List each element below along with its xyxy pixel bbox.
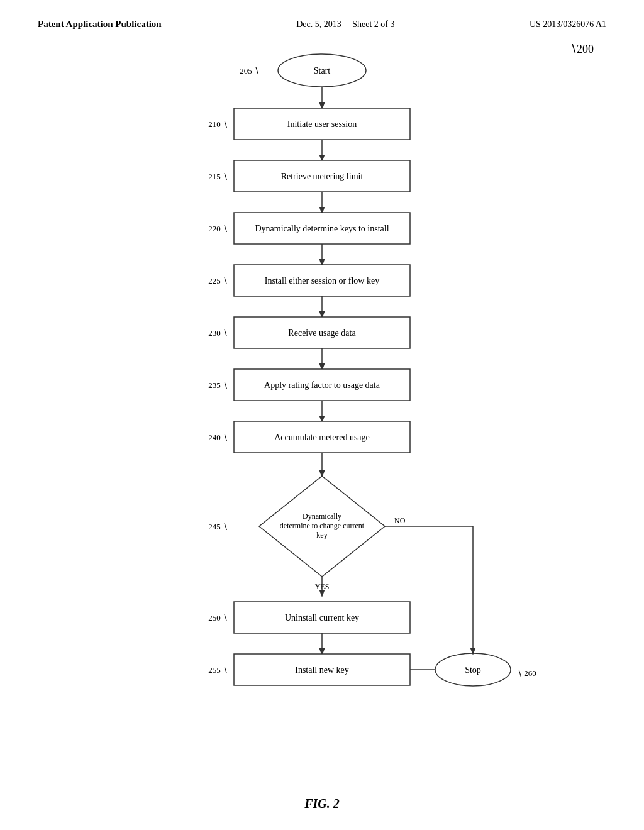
figure-ref-number: ∖200 (570, 42, 594, 56)
diamond-245-text2: determine to change current (280, 521, 365, 530)
node-220-text: Dynamically determine keys to install (255, 224, 389, 233)
node-230-text: Receive usage data (288, 328, 356, 338)
start-text: Start (314, 66, 331, 75)
page-header: Patent Application Publication Dec. 5, 2… (38, 19, 606, 30)
label-260: ∖ 260 (517, 668, 536, 678)
label-240: 240 ∖ (208, 433, 228, 442)
page: Patent Application Publication Dec. 5, 2… (0, 0, 644, 830)
label-225: 225 ∖ (208, 276, 228, 285)
diamond-245-text3: key (316, 531, 327, 540)
label-215: 215 ∖ (208, 172, 228, 181)
node-235-text: Apply rating factor to usage data (264, 380, 380, 390)
patent-number: US 2013/0326076 A1 (530, 19, 606, 30)
node-255-text: Install new key (295, 665, 349, 675)
label-205: 205 ∖ (240, 66, 259, 75)
flowchart-container: text { font-family: 'Times New Roman', T… (38, 36, 606, 778)
label-245: 245 ∖ (208, 522, 228, 531)
node-240-text: Accumulate metered usage (274, 433, 370, 442)
label-220: 220 ∖ (208, 224, 228, 233)
stop-text: Stop (465, 665, 481, 675)
node-215-text: Retrieve metering limit (281, 172, 364, 181)
label-255: 255 ∖ (208, 665, 228, 675)
label-210: 210 ∖ (208, 119, 228, 129)
figure-caption: FIG. 2 (38, 797, 606, 811)
date-label: Dec. 5, 2013 Sheet 2 of 3 (296, 19, 394, 30)
label-250: 250 ∖ (208, 613, 228, 622)
node-210-text: Initiate user session (287, 119, 357, 129)
node-250-text: Uninstall current key (285, 613, 359, 622)
label-235: 235 ∖ (208, 380, 228, 390)
publication-label: Patent Application Publication (38, 19, 162, 30)
flowchart-svg: text { font-family: 'Times New Roman', T… (102, 36, 542, 778)
node-225-text: Install either session or flow key (265, 276, 379, 285)
label-230: 230 ∖ (208, 328, 228, 338)
no-label: NO (394, 516, 406, 525)
diamond-245-text1: Dynamically (303, 512, 341, 521)
